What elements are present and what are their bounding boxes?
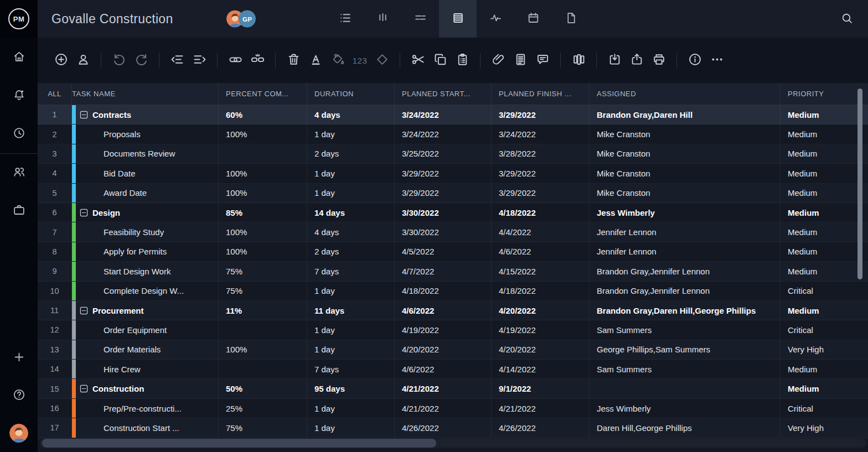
cell-priority[interactable]: Medium — [781, 184, 868, 203]
cell-start[interactable]: 3/29/2022 — [395, 164, 492, 183]
cut-button[interactable] — [407, 49, 429, 71]
cell-duration[interactable]: 7 days — [307, 262, 395, 281]
cell-start[interactable]: 3/29/2022 — [395, 184, 492, 203]
cell-num[interactable]: 5 — [38, 184, 72, 203]
cell-assigned[interactable]: George Phillips,Sam Summers — [590, 340, 781, 360]
text-color-button[interactable] — [304, 49, 327, 71]
pm-logo[interactable]: PM — [0, 0, 38, 38]
cell-priority[interactable]: Medium — [781, 301, 868, 320]
cell-assigned[interactable]: Jennifer Lennon — [590, 222, 781, 242]
cell-priority[interactable]: Medium — [781, 144, 868, 164]
cell-finish[interactable]: 4/26/2022 — [492, 418, 590, 438]
cell-start[interactable]: 4/26/2022 — [395, 418, 492, 438]
cell-start[interactable]: 4/6/2022 — [395, 360, 492, 379]
attachment-button[interactable] — [487, 49, 509, 71]
cell-name[interactable]: Design — [72, 203, 219, 222]
table-row[interactable]: 4Bid Date100%1 day3/29/20223/29/2022Mike… — [38, 164, 868, 183]
cell-name[interactable]: Hire Crew — [72, 360, 219, 379]
cell-start[interactable]: 3/30/2022 — [395, 222, 492, 242]
cell-name[interactable]: Award Date — [72, 184, 219, 203]
cell-name[interactable]: Complete Design W... — [72, 282, 219, 301]
sidebar-item-home[interactable] — [8, 46, 30, 69]
cell-name[interactable]: Contracts — [72, 105, 219, 124]
cell-name[interactable]: Procurement — [72, 301, 219, 320]
cell-num[interactable]: 7 — [38, 222, 72, 242]
unlink-tasks-button[interactable] — [246, 49, 268, 71]
cell-finish[interactable]: 4/18/2022 — [492, 282, 590, 301]
cell-duration[interactable]: 2 days — [307, 144, 395, 164]
cell-num[interactable]: 8 — [38, 242, 72, 262]
cell-num[interactable]: 12 — [38, 320, 72, 340]
cell-name[interactable]: Apply for Permits — [72, 242, 219, 262]
cell-num[interactable]: 15 — [38, 379, 72, 398]
cell-duration[interactable]: 11 days — [307, 301, 395, 320]
table-row[interactable]: 2Proposals100%1 day3/24/20223/24/2022Mik… — [38, 124, 868, 144]
milestone-button[interactable] — [371, 49, 393, 71]
cell-priority[interactable]: Medium — [781, 105, 868, 124]
cell-num[interactable]: 17 — [38, 418, 72, 438]
column-header-percent[interactable]: PERCENT COM... — [219, 83, 307, 105]
cell-priority[interactable]: Very High — [781, 418, 868, 438]
table-row[interactable]: 16Prep/Pre-constructi...25%1 day4/21/202… — [38, 399, 868, 418]
cell-percent[interactable]: 100% — [219, 184, 307, 203]
cell-duration[interactable]: 1 day — [307, 320, 395, 340]
cell-name[interactable]: Documents Review — [72, 144, 219, 164]
user-avatar-initials[interactable]: GP — [239, 11, 256, 28]
cell-assigned[interactable]: Mike Cranston — [590, 144, 781, 164]
cell-start[interactable]: 4/7/2022 — [395, 262, 492, 281]
column-header-start[interactable]: PLANNED START... — [395, 83, 492, 105]
collapse-icon[interactable] — [80, 306, 88, 315]
paste-button[interactable] — [451, 49, 473, 71]
more-button[interactable] — [706, 49, 728, 71]
column-header-duration[interactable]: DURATION — [307, 83, 395, 105]
cell-assigned[interactable] — [590, 379, 781, 398]
outdent-button[interactable] — [166, 49, 188, 71]
cell-finish[interactable]: 4/4/2022 — [492, 222, 590, 242]
cell-start[interactable]: 4/19/2022 — [395, 320, 492, 340]
cell-name[interactable]: Start Design Work — [72, 262, 219, 281]
cell-assigned[interactable]: Brandon Gray,Daren Hill — [590, 105, 781, 124]
cell-duration[interactable]: 2 days — [307, 242, 395, 262]
cell-priority[interactable]: Critical — [781, 399, 868, 418]
sidebar-item-help[interactable] — [8, 385, 30, 407]
table-row[interactable]: 8Apply for Permits100%2 days4/5/20224/6/… — [38, 242, 868, 262]
cell-name[interactable]: Feasibility Study — [72, 222, 219, 242]
cell-duration[interactable]: 1 day — [307, 340, 395, 360]
cell-priority[interactable]: Very High — [781, 340, 868, 360]
cell-percent[interactable]: 60% — [219, 105, 307, 124]
cell-name[interactable]: Bid Date — [72, 164, 219, 183]
cell-start[interactable]: 4/21/2022 — [395, 379, 492, 398]
cell-assigned[interactable]: Brandon Gray,Jennifer Lennon — [590, 282, 781, 301]
copy-button[interactable] — [429, 49, 451, 71]
cell-num[interactable]: 14 — [38, 360, 72, 379]
cell-finish[interactable]: 3/29/2022 — [492, 184, 590, 203]
cell-priority[interactable]: Medium — [781, 164, 868, 183]
fill-color-button[interactable] — [327, 49, 349, 71]
cell-priority[interactable]: Medium — [781, 124, 868, 144]
tab-list-view[interactable] — [326, 0, 364, 38]
cell-assigned[interactable]: Mike Cranston — [590, 164, 781, 183]
cell-finish[interactable]: 3/29/2022 — [492, 105, 590, 124]
add-task-button[interactable] — [50, 49, 72, 71]
cell-duration[interactable]: 1 day — [307, 184, 395, 203]
table-row[interactable]: 11Procurement11%11 days4/6/20224/20/2022… — [38, 301, 868, 320]
collapse-icon[interactable] — [80, 385, 88, 393]
cell-priority[interactable]: Medium — [781, 360, 868, 379]
cell-num[interactable]: 4 — [38, 164, 72, 183]
cell-name[interactable]: Construction Start ... — [72, 418, 219, 438]
cell-finish[interactable]: 4/19/2022 — [492, 320, 590, 340]
cell-percent[interactable] — [219, 320, 307, 340]
table-row[interactable]: 7Feasibility Study100%4 days3/30/20224/4… — [38, 222, 868, 242]
cell-percent[interactable]: 100% — [219, 340, 307, 360]
cell-percent[interactable]: 11% — [219, 301, 307, 320]
cell-name[interactable]: Prep/Pre-constructi... — [72, 399, 219, 418]
cell-num[interactable]: 1 — [38, 105, 72, 124]
print-button[interactable] — [648, 49, 670, 71]
cell-finish[interactable]: 4/15/2022 — [492, 262, 590, 281]
cell-duration[interactable]: 1 day — [307, 418, 395, 438]
column-header-num[interactable]: ALL — [38, 83, 72, 105]
cell-name[interactable]: Construction — [72, 379, 219, 398]
cell-start[interactable]: 4/21/2022 — [395, 399, 492, 418]
sidebar-item-add[interactable] — [8, 347, 30, 369]
cell-num[interactable]: 16 — [38, 399, 72, 418]
